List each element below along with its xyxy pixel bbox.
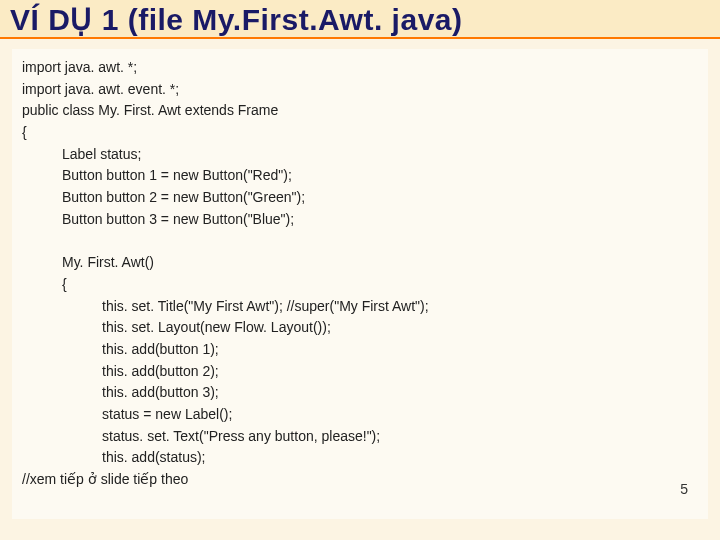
- code-line: this. set. Title("My First Awt"); //supe…: [22, 296, 698, 318]
- code-line: Button button 1 = new Button("Red");: [22, 165, 698, 187]
- code-line: this. add(button 3);: [22, 382, 698, 404]
- code-line: this. add(button 2);: [22, 361, 698, 383]
- code-line: {: [22, 122, 698, 144]
- code-line: this. add(button 1);: [22, 339, 698, 361]
- code-line: [22, 231, 698, 253]
- code-line: My. First. Awt(): [22, 252, 698, 274]
- slide-title: VÍ DỤ 1 (file My.First.Awt. java): [10, 2, 710, 37]
- code-line: this. set. Layout(new Flow. Layout());: [22, 317, 698, 339]
- page-number: 5: [680, 479, 688, 501]
- code-line: //xem tiếp ở slide tiếp theo: [22, 469, 698, 491]
- code-line: {: [22, 274, 698, 296]
- code-line: status. set. Text("Press any button, ple…: [22, 426, 698, 448]
- code-line: import java. awt. *;: [22, 57, 698, 79]
- code-line: public class My. First. Awt extends Fram…: [22, 100, 698, 122]
- code-line: Button button 2 = new Button("Green");: [22, 187, 698, 209]
- code-block: import java. awt. *; import java. awt. e…: [12, 49, 708, 519]
- code-line: Button button 3 = new Button("Blue");: [22, 209, 698, 231]
- code-line: this. add(status);: [22, 447, 698, 469]
- code-line: Label status;: [22, 144, 698, 166]
- slide-title-bar: VÍ DỤ 1 (file My.First.Awt. java): [0, 0, 720, 39]
- code-line: import java. awt. event. *;: [22, 79, 698, 101]
- code-line: status = new Label();: [22, 404, 698, 426]
